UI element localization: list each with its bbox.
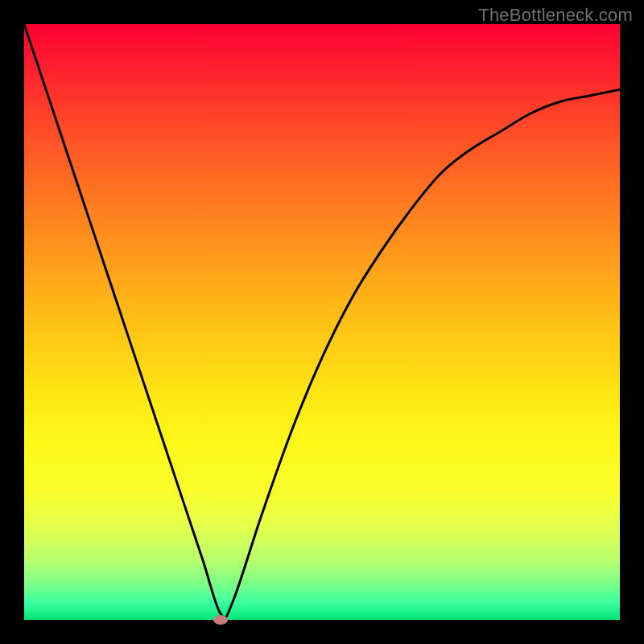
optimum-marker	[213, 615, 228, 625]
bottleneck-curve	[24, 24, 620, 618]
plot-area	[24, 24, 620, 620]
curve-layer	[24, 24, 620, 620]
chart-frame: TheBottleneck.com	[0, 0, 644, 644]
watermark-text: TheBottleneck.com	[478, 5, 633, 26]
